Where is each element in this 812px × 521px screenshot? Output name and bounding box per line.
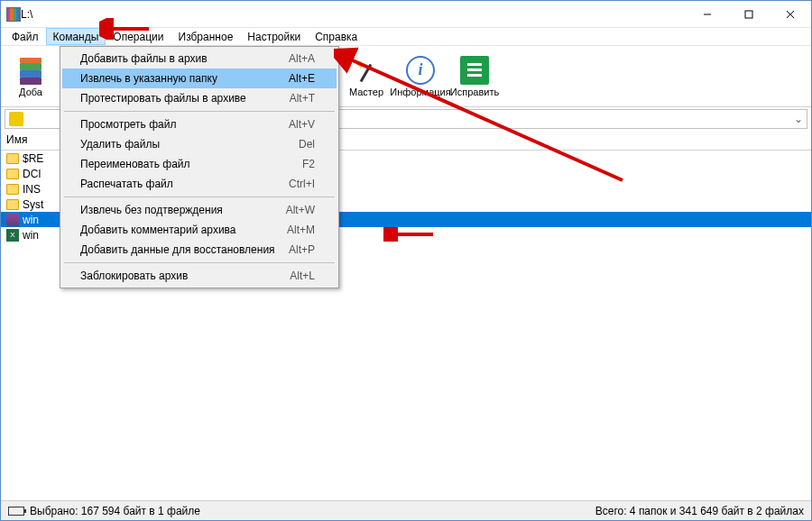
maximize-icon [744, 10, 753, 19]
svg-line-7 [346, 58, 623, 180]
svg-rect-1 [745, 11, 752, 18]
battery-icon [8, 507, 24, 516]
menu-shortcut: Alt+L [290, 270, 315, 282]
menu-item-справка[interactable]: Справка [308, 28, 364, 45]
annotation-arrow-menu [99, 18, 153, 40]
file-name: $RE [23, 152, 43, 165]
menu-shortcut: Alt+E [289, 72, 315, 85]
menu-shortcut: F2 [302, 158, 315, 170]
folder-icon [6, 153, 19, 164]
maximize-button[interactable] [728, 1, 770, 27]
menu-shortcut: Alt+T [290, 92, 315, 105]
annotation-arrow-diagonal [334, 45, 632, 189]
menu-item[interactable]: Заблокировать архивAlt+L [62, 266, 337, 286]
menu-item[interactable]: Удалить файлыDel [62, 134, 337, 154]
annotation-arrow-row [383, 227, 438, 242]
menu-item[interactable]: Добавить комментарий архиваAlt+M [62, 220, 337, 240]
menu-item-файл[interactable]: Файл [5, 28, 46, 45]
menu-item[interactable]: Распечатать файлCtrl+I [62, 174, 337, 194]
toolbar-label: Доба [19, 87, 42, 97]
menu-item-label: Протестировать файлы в архиве [80, 92, 290, 105]
menu-shortcut: Alt+A [289, 52, 315, 65]
menu-item-label: Добавить комментарий архива [80, 224, 287, 236]
menu-item-label: Добавить данные для восстановления [80, 243, 289, 256]
file-name: Syst [23, 198, 43, 211]
menu-shortcut: Del [299, 138, 315, 151]
menu-item-label: Удалить файлы [80, 138, 299, 151]
menu-item-label: Переименовать файл [80, 158, 302, 170]
menu-item[interactable]: Извлечь в указанную папкуAlt+E [62, 69, 337, 88]
menu-item[interactable]: Добавить файлы в архивAlt+A [62, 49, 337, 69]
file-name: win [23, 214, 39, 226]
status-left: Выбрано: 167 594 байт в 1 файле [1, 505, 208, 517]
menu-shortcut: Ctrl+I [289, 178, 315, 190]
menu-item-label: Просмотреть файл [80, 118, 289, 131]
status-selected-text: Выбрано: 167 594 байт в 1 файле [30, 505, 200, 517]
menu-separator [64, 197, 335, 197]
commands-dropdown: Добавить файлы в архивAlt+AИзвлечь в ука… [60, 46, 339, 288]
folder-icon [6, 169, 19, 179]
archive-icon [6, 214, 19, 226]
menu-shortcut: Alt+W [286, 204, 315, 216]
menu-shortcut: Alt+V [289, 118, 315, 131]
menu-item-label: Извлечь в указанную папку [80, 72, 289, 85]
minimize-icon [703, 10, 712, 19]
window-controls [687, 1, 811, 27]
status-right: Всего: 4 папок и 341 649 байт в 2 файлах [588, 505, 811, 517]
menu-shortcut: Alt+M [287, 224, 315, 236]
menu-separator [64, 111, 335, 112]
menu-item-избранное[interactable]: Избранное [171, 28, 241, 45]
menu-item-label: Добавить файлы в архив [80, 52, 289, 65]
menu-separator [64, 262, 335, 263]
excel-icon: X [6, 229, 19, 242]
minimize-button[interactable] [687, 1, 728, 27]
file-name: DCI [23, 168, 42, 180]
drive-icon [9, 112, 23, 126]
app-icon [6, 7, 21, 22]
menu-item-label: Извлечь без подтверждения [80, 204, 286, 216]
toolbar-add-button[interactable]: Доба [5, 54, 57, 99]
menu-item-label: Заблокировать архив [80, 270, 290, 282]
menu-item-настройки[interactable]: Настройки [240, 28, 308, 45]
menu-item[interactable]: Переименовать файлF2 [62, 154, 337, 174]
folder-icon [6, 184, 19, 195]
file-name: win [23, 229, 39, 242]
menu-item[interactable]: Просмотреть файлAlt+V [62, 114, 337, 134]
chevron-down-icon[interactable]: ⌄ [794, 113, 803, 125]
close-icon [786, 10, 795, 19]
menu-item[interactable]: Извлечь без подтвержденияAlt+W [62, 200, 337, 220]
menu-item-label: Распечатать файл [80, 178, 289, 190]
add-archive-icon [16, 56, 45, 85]
statusbar: Выбрано: 167 594 байт в 1 файле Всего: 4… [1, 500, 811, 520]
menu-shortcut: Alt+P [289, 243, 315, 256]
folder-icon [6, 199, 19, 210]
file-name: INS [23, 183, 41, 196]
menu-item[interactable]: Добавить данные для восстановленияAlt+P [62, 240, 337, 260]
close-button[interactable] [770, 1, 811, 27]
menu-item-команды[interactable]: Команды [46, 28, 106, 45]
menu-item[interactable]: Протестировать файлы в архивеAlt+T [62, 88, 337, 108]
